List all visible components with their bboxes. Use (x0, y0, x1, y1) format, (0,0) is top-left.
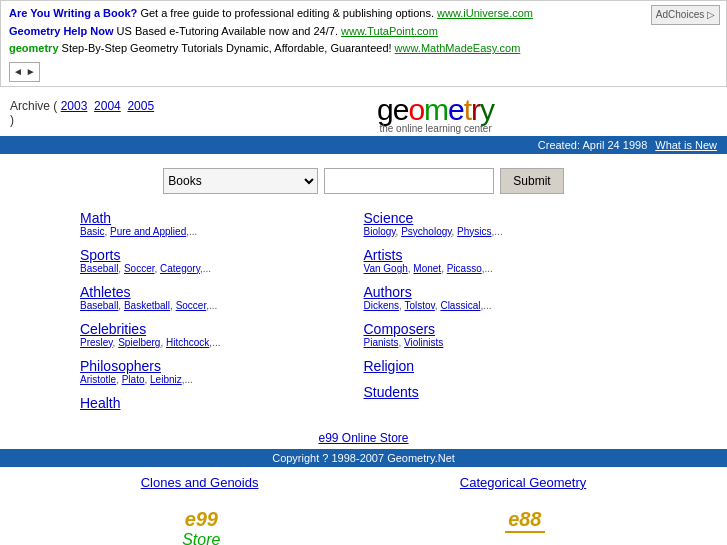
categories: Math Basic, Pure and Applied,... Sports … (0, 204, 727, 427)
cat-sub-soccer2[interactable]: Soccer (176, 300, 207, 311)
cat-students: Students (364, 384, 648, 400)
cat-subs-celebrities: Presley, Spielberg, Hitchcock,... (80, 337, 364, 348)
cat-title-composers[interactable]: Composers (364, 321, 648, 337)
archive: Archive ( 2003 2004 2005 ) (10, 99, 154, 127)
cat-sub-violinists[interactable]: Violinists (404, 337, 443, 348)
submit-button[interactable]: Submit (500, 168, 563, 194)
cat-sub-category[interactable]: Category (160, 263, 200, 274)
logo-e: e (448, 93, 464, 126)
logo-m: m (424, 93, 448, 126)
store-e99-num: e99 (182, 508, 220, 531)
cat-subs-artists: Van Gogh, Monet, Picasso,... (364, 263, 648, 274)
cat-sub-pure[interactable]: Pure and Applied (110, 226, 186, 237)
ad-link-2[interactable]: www.TutaPoint.com (341, 25, 438, 37)
cat-sub-psychology[interactable]: Psychology (401, 226, 451, 237)
ad-title-3: geometry (9, 42, 59, 54)
cat-subs-math: Basic, Pure and Applied,... (80, 226, 364, 237)
nav-arrows[interactable]: ◄ ► (9, 62, 40, 82)
logo-y: y (480, 93, 494, 126)
copyright: Copyright ? 1998-2007 Geometry.Net (272, 452, 455, 464)
cat-sub-baseball2[interactable]: Baseball (80, 300, 118, 311)
archive-2004[interactable]: 2004 (94, 99, 121, 113)
cat-science: Science Biology, Psychology, Physics,... (364, 210, 648, 237)
cat-title-authors[interactable]: Authors (364, 284, 648, 300)
ad-text-1: Get a free guide to professional editing… (140, 7, 437, 19)
cat-title-math[interactable]: Math (80, 210, 364, 226)
cat-sub-leibniz[interactable]: Leibniz (150, 374, 182, 385)
cat-celebrities: Celebrities Presley, Spielberg, Hitchcoc… (80, 321, 364, 348)
close-paren: ) (10, 113, 14, 127)
cat-title-athletes[interactable]: Athletes (80, 284, 364, 300)
logo-text: geometry (377, 93, 494, 127)
cat-sub-vangogh[interactable]: Van Gogh (364, 263, 408, 274)
logo-o: o (408, 93, 424, 126)
cat-title-artists[interactable]: Artists (364, 247, 648, 263)
cat-subs-authors: Dickens, Tolstov, Classical,... (364, 300, 648, 311)
cat-sub-soccer[interactable]: Soccer (124, 263, 155, 274)
cat-sub-presley[interactable]: Presley (80, 337, 113, 348)
cat-title-science[interactable]: Science (364, 210, 648, 226)
ad-choices[interactable]: AdChoices ▷ (651, 5, 720, 25)
blue-bar: Created: April 24 1998 What is New (0, 136, 727, 154)
logo: geometry the online learning center (377, 93, 494, 134)
cat-title-sports[interactable]: Sports (80, 247, 364, 263)
cat-sports: Sports Baseball, Soccer, Category,... (80, 247, 364, 274)
ad-title-2: Geometry Help Now (9, 25, 114, 37)
store-e99-label[interactable]: Store (182, 531, 220, 545)
logo-t: t (464, 93, 471, 126)
cat-math: Math Basic, Pure and Applied,... (80, 210, 364, 237)
cat-title-students[interactable]: Students (364, 384, 648, 400)
cat-sub-spielberg[interactable]: Spielberg (118, 337, 160, 348)
category-dropdown[interactable]: Books Math Science Sports Artists (163, 168, 318, 194)
clones-genoids-link[interactable]: Clones and Genoids (141, 475, 259, 490)
cat-sub-tolstov[interactable]: Tolstov (404, 300, 434, 311)
cat-sub-classical[interactable]: Classical (440, 300, 480, 311)
cat-sub-dickens[interactable]: Dickens (364, 300, 400, 311)
cat-religion: Religion (364, 358, 648, 374)
store-section: e99 Store e88 (0, 498, 727, 545)
cat-subs-composers: Pianists, Violinists (364, 337, 648, 348)
cat-title-philosophers[interactable]: Philosophers (80, 358, 364, 374)
created-date: Created: April 24 1998 (538, 139, 647, 151)
cat-sub-physics[interactable]: Physics (457, 226, 491, 237)
ad-link-3[interactable]: www.MathMadeEasy.com (395, 42, 521, 54)
cat-sub-hitchcock[interactable]: Hitchcock (166, 337, 209, 348)
ad-text-2: US Based e-Tutoring Available now and 24… (117, 25, 341, 37)
cat-sub-basketball[interactable]: Basketball (124, 300, 170, 311)
archive-2003[interactable]: 2003 (61, 99, 88, 113)
cat-title-religion[interactable]: Religion (364, 358, 648, 374)
cat-subs-science: Biology, Psychology, Physics,... (364, 226, 648, 237)
logo-subtitle: the online learning center (377, 123, 494, 134)
ad-title-1: Are You Writing a Book? (9, 7, 137, 19)
store-e88-num: e88 (505, 508, 545, 531)
cat-title-celebrities[interactable]: Celebrities (80, 321, 364, 337)
bottom-links: Clones and Genoids Categorical Geometry (0, 467, 727, 498)
ad-banner: Are You Writing a Book? Get a free guide… (0, 0, 727, 87)
whats-new-link[interactable]: What is New (655, 139, 717, 151)
cat-sub-plato[interactable]: Plato (122, 374, 145, 385)
cat-sub-biology[interactable]: Biology (364, 226, 396, 237)
e99-store-link: e99 Online Store (0, 431, 727, 445)
cat-subs-philosophers: Aristotle, Plato, Leibniz,... (80, 374, 364, 385)
logo-ge: ge (377, 93, 408, 126)
categorical-geometry-link[interactable]: Categorical Geometry (460, 475, 586, 490)
store-e88: e88 (505, 508, 545, 533)
cat-athletes: Athletes Baseball, Basketball, Soccer,..… (80, 284, 364, 311)
cat-sub-aristotle[interactable]: Aristotle (80, 374, 116, 385)
archive-2005[interactable]: 2005 (127, 99, 154, 113)
search-input[interactable] (324, 168, 494, 194)
cat-health: Health (80, 395, 364, 411)
cat-col-left: Math Basic, Pure and Applied,... Sports … (80, 210, 364, 421)
ad-line-1: Are You Writing a Book? Get a free guide… (9, 5, 718, 23)
ad-link-1[interactable]: www.iUniverse.com (437, 7, 533, 19)
cat-title-health[interactable]: Health (80, 395, 364, 411)
cat-sub-picasso[interactable]: Picasso (447, 263, 482, 274)
cat-subs-sports: Baseball, Soccer, Category,... (80, 263, 364, 274)
e99-online-store-link[interactable]: e99 Online Store (318, 431, 408, 445)
cat-sub-pianists[interactable]: Pianists (364, 337, 399, 348)
cat-sub-monet[interactable]: Monet (413, 263, 441, 274)
cat-sub-baseball[interactable]: Baseball (80, 263, 118, 274)
cat-sub-basic[interactable]: Basic (80, 226, 104, 237)
archive-label: Archive ( (10, 99, 57, 113)
cat-artists: Artists Van Gogh, Monet, Picasso,... (364, 247, 648, 274)
